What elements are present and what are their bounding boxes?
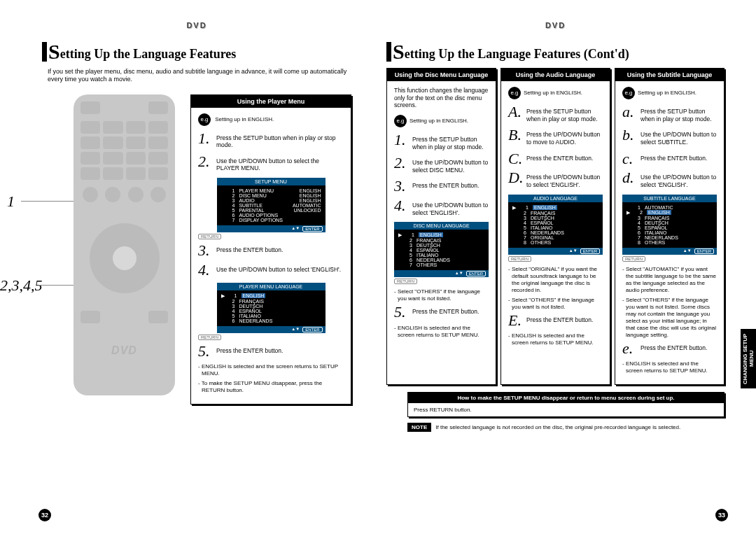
side-tab: CHANGING SETUP MENU bbox=[741, 329, 756, 388]
osd-row: ▶1ENGLISH bbox=[512, 205, 598, 211]
osd-index: 3 bbox=[227, 304, 234, 309]
howto-body: Press RETURN button. bbox=[408, 403, 724, 416]
osd-label: NEDERLANDS bbox=[416, 258, 484, 262]
arrow-icon bbox=[626, 235, 628, 240]
step-text: Press the UP/DOWN button to select 'ENGL… bbox=[526, 171, 603, 188]
step-num: 5. bbox=[394, 305, 410, 319]
osd-label: ITALIANO bbox=[645, 230, 713, 235]
osd-label: ITALIANO bbox=[239, 314, 321, 318]
osd-label: OTHERS bbox=[645, 240, 713, 245]
heading-initial: S bbox=[48, 40, 60, 64]
osd-row: 4DEUTSCH bbox=[626, 220, 713, 225]
page-33: DVD S etting Up the Language Features (C… bbox=[369, 0, 756, 534]
enter-label: ENTER bbox=[580, 248, 600, 254]
arrow-icon: ▶ bbox=[221, 293, 225, 299]
note: - Select "OTHERS" if the language you wa… bbox=[394, 288, 489, 302]
osd-index: 4 bbox=[405, 248, 412, 253]
osd-label: DISPLAY OPTIONS bbox=[239, 218, 316, 223]
osd-label: OTHERS bbox=[531, 240, 598, 245]
dpad-icon bbox=[90, 223, 160, 293]
remote-button bbox=[126, 136, 146, 149]
arrow-icon bbox=[626, 205, 628, 210]
step-num: 4. bbox=[198, 263, 214, 277]
osd-index: 5 bbox=[405, 253, 412, 258]
step-num: 3. bbox=[198, 244, 214, 258]
osd-index: 3 bbox=[227, 198, 234, 203]
howto-box: How to make the SETUP MENU disappear or … bbox=[407, 392, 724, 417]
osd-row: 7ORIGINAL bbox=[512, 235, 598, 240]
step-5: 5.Press the ENTER button. bbox=[198, 344, 344, 358]
osd-label: FRANÇAIS bbox=[416, 238, 484, 243]
osd-row: 3DEUTSCH bbox=[221, 304, 321, 309]
osd-title: SUBTITLE LANGUAGE bbox=[622, 195, 717, 202]
osd-row: 6NEDERLANDS bbox=[512, 230, 598, 235]
osd-row: 4ESPAÑOL bbox=[398, 248, 484, 253]
osd-index: 1 bbox=[634, 205, 640, 210]
osd-body: ▶1ENGLISH 2FRANÇAIS 3DEUTSCH 4ESPAÑOL 5I… bbox=[217, 290, 326, 326]
osd-row: 5PARENTALUNLOCKED bbox=[221, 208, 321, 213]
step-a: a.Press the SETUP button when in play or… bbox=[622, 105, 717, 122]
osd-row: 5ITALIANO bbox=[398, 253, 484, 258]
eg-badge-icon: e.g bbox=[394, 115, 407, 127]
eg-row: e.gSetting up in ENGLISH. bbox=[394, 115, 489, 127]
osd-label: PARENTAL bbox=[239, 208, 289, 213]
osd-row: 6NEDERLANDS bbox=[221, 318, 321, 323]
osd-index: 4 bbox=[519, 220, 526, 225]
osd-label: ENGLISH bbox=[533, 205, 598, 211]
osd-index: 1 bbox=[522, 205, 528, 211]
enter-label: ENTER bbox=[302, 327, 322, 332]
osd-row: 2DISC MENUENGLISH bbox=[221, 193, 321, 198]
osd-index: 5 bbox=[519, 225, 526, 230]
osd-index: 5 bbox=[227, 208, 234, 213]
osd-row: 6ITALIANO bbox=[626, 230, 713, 235]
osd-footer: ▲▼ENTER bbox=[217, 326, 326, 333]
step-a: A.Press the SETUP button when in play or… bbox=[508, 105, 603, 122]
step-text: Press the ENTER button. bbox=[216, 344, 283, 355]
osd-audio-language: AUDIO LANGUAGE ▶1ENGLISH 2FRANÇAIS 3DEUT… bbox=[508, 195, 603, 255]
step-text: Press the ENTER button. bbox=[412, 305, 479, 316]
osd-value: ENGLISH bbox=[300, 188, 321, 193]
step-num: 1. bbox=[394, 133, 410, 147]
heading-initial: S bbox=[393, 40, 405, 64]
osd-row: 8OTHERS bbox=[512, 240, 598, 245]
remote-button bbox=[103, 121, 122, 134]
osd-label: ESPAÑOL bbox=[645, 225, 713, 230]
osd-index: 5 bbox=[227, 314, 234, 318]
step-b: b.Use the UP/DOWN button to select SUBTI… bbox=[622, 128, 717, 146]
heading-right: S etting Up the Language Features (Cont'… bbox=[386, 40, 724, 64]
osd-label: DISC MENU bbox=[239, 193, 295, 198]
osd-index: 7 bbox=[519, 235, 526, 240]
step-1: 1.Press the SETUP button when in play or… bbox=[198, 132, 344, 149]
osd-row: 7NEDERLANDS bbox=[626, 235, 713, 240]
remote-button bbox=[148, 152, 168, 164]
osd-index: 2 bbox=[227, 193, 234, 198]
remote-button bbox=[148, 311, 168, 323]
osd-row: 3DEUTSCH bbox=[398, 243, 484, 248]
step-num: d. bbox=[622, 171, 638, 185]
remote-button bbox=[80, 311, 100, 323]
step-1: 1.Press the SETUP button when in play or… bbox=[394, 133, 489, 150]
osd-label: NEDERLANDS bbox=[645, 235, 713, 240]
osd-body: ▶1ENGLISH 2FRANÇAIS 3DEUTSCH 4ESPAÑOL 5I… bbox=[394, 230, 489, 270]
remote-button bbox=[103, 136, 122, 149]
arrow-icon bbox=[221, 218, 223, 223]
osd-index: 4 bbox=[634, 220, 640, 225]
step-text: Press the ENTER button. bbox=[216, 244, 283, 254]
arrow-icon bbox=[626, 220, 628, 225]
osd-row: 5ITALIANO bbox=[512, 225, 598, 230]
remote-button bbox=[80, 136, 100, 149]
step-e: E.Press the ENTER button. bbox=[508, 314, 603, 328]
note-row: NOTE If the selected language is not rec… bbox=[407, 423, 724, 432]
osd-label: ESPAÑOL bbox=[531, 220, 598, 225]
osd-index: 3 bbox=[405, 243, 412, 248]
arrow-icon bbox=[221, 193, 223, 198]
step-b: B.Press the UP/DOWN button to move to AU… bbox=[508, 128, 603, 146]
dvd-tag: DVD bbox=[42, 21, 351, 29]
step-text: Press the SETUP button when in play or s… bbox=[640, 105, 717, 122]
note: - ENGLISH is selected and the screen ret… bbox=[394, 325, 489, 339]
enter-label: ENTER bbox=[302, 226, 322, 232]
step-num: 1. bbox=[198, 132, 214, 146]
arrow-icon bbox=[221, 309, 223, 314]
note: - Select "OTHERS" if the language you wa… bbox=[622, 297, 717, 339]
step-text: Use the UP/DOWN button to select DISC ME… bbox=[412, 156, 489, 174]
